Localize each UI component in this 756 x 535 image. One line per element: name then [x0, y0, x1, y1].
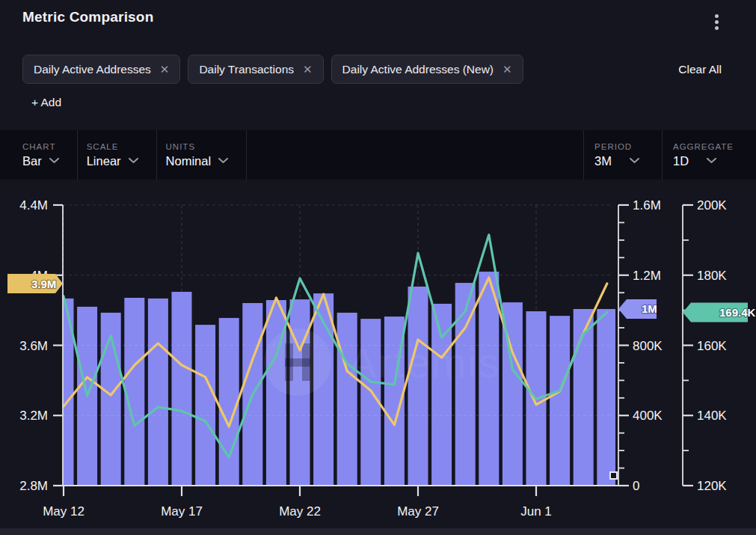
scale-value: Linear [87, 154, 121, 168]
chip-label: Daily Transactions [199, 63, 294, 76]
svg-text:1M: 1M [642, 302, 657, 315]
close-icon[interactable]: ✕ [160, 64, 170, 75]
metric-chip-daily-transactions[interactable]: Daily Transactions ✕ [188, 55, 323, 84]
units-value: Nominal [166, 154, 212, 168]
value-badge-169.4K: 169.4K [683, 302, 756, 322]
value-badge-3.9M: 3.9M [7, 274, 63, 293]
right-axis-transactions: 1.6M1.2M800K400K0 [618, 198, 663, 493]
scale-label: SCALE [87, 142, 138, 151]
chart-type-label: CHART [22, 142, 59, 151]
close-icon[interactable]: ✕ [303, 64, 313, 75]
metric-chart: Artemis4.4M4M3.6M3.2M2.8MMay 12May 17May… [0, 184, 756, 532]
svg-text:3.9M: 3.9M [31, 278, 56, 290]
page-title: Metric Comparison [22, 9, 154, 25]
chart-type-dropdown[interactable]: CHART Bar [0, 130, 78, 180]
bar-series-daily-transactions [63, 272, 615, 486]
x-axis: May 12May 17May 22May 27Jun 1 [43, 486, 627, 519]
svg-text:160K: 160K [697, 339, 727, 353]
chip-label: Daily Active Addresses (New) [342, 63, 494, 76]
svg-text:2.8M: 2.8M [19, 479, 48, 493]
svg-text:3.2M: 3.2M [19, 409, 48, 423]
units-dropdown[interactable]: UNITS Nominal [157, 130, 248, 180]
metric-chip-daily-active-addresses[interactable]: Daily Active Addresses ✕ [22, 55, 180, 84]
kebab-menu-icon[interactable] [710, 9, 723, 35]
value-badge-1M: 1M [618, 299, 657, 319]
bottom-scrollbar[interactable] [0, 528, 756, 535]
chip-label: Daily Active Addresses [34, 63, 151, 76]
period-value: 3M [594, 154, 612, 168]
svg-text:200K: 200K [697, 198, 727, 213]
chart-toolbar: CHART Bar SCALE Linear UNITS Nominal PER… [0, 130, 756, 180]
svg-text:May 22: May 22 [279, 504, 321, 519]
plot-resize-handle [610, 472, 617, 479]
svg-text:180K: 180K [697, 269, 727, 283]
chevron-down-icon [707, 158, 716, 164]
left-axis: 4.4M4M3.6M3.2M2.8M [19, 198, 63, 493]
units-label: UNITS [166, 142, 229, 151]
svg-text:Jun 1: Jun 1 [520, 504, 552, 519]
aggregate-label: AGGREGATE [673, 142, 734, 151]
svg-text:1.2M: 1.2M [633, 269, 661, 283]
chevron-down-icon [218, 158, 228, 164]
period-dropdown[interactable]: PERIOD 3M [583, 130, 662, 180]
metric-chip-daily-active-addresses-new[interactable]: Daily Active Addresses (New) ✕ [331, 55, 523, 84]
svg-text:May 12: May 12 [43, 504, 84, 519]
right-axis-new-addresses: 200K180K160K140K120K [683, 198, 727, 493]
add-metric-button[interactable]: + Add [31, 93, 61, 112]
line-series [64, 278, 607, 427]
close-icon[interactable]: ✕ [503, 64, 512, 75]
chevron-down-icon [630, 158, 639, 164]
svg-text:May 17: May 17 [161, 504, 203, 519]
svg-text:May 27: May 27 [397, 504, 439, 519]
metric-chart-svg: Artemis4.4M4M3.6M3.2M2.8MMay 12May 17May… [0, 184, 756, 532]
line-series [64, 235, 607, 457]
svg-text:400K: 400K [633, 409, 663, 423]
watermark: Artemis [264, 328, 501, 396]
chevron-down-icon [129, 158, 138, 164]
header: Metric Comparison [0, 0, 756, 35]
svg-text:120K: 120K [697, 479, 727, 493]
svg-text:169.4K: 169.4K [719, 306, 756, 319]
svg-text:4.4M: 4.4M [19, 198, 48, 213]
aggregate-dropdown[interactable]: AGGREGATE 1D [662, 130, 756, 180]
metric-filter-row: Daily Active Addresses ✕ Daily Transacti… [22, 55, 734, 84]
period-label: PERIOD [594, 142, 639, 151]
metric-comparison-panel: Metric Comparison Daily Active Addresses… [0, 0, 756, 535]
add-row: + Add [31, 93, 756, 112]
toolbar-spacer [247, 130, 583, 180]
aggregate-value: 1D [673, 154, 689, 168]
chevron-down-icon [49, 158, 59, 164]
svg-text:1.6M: 1.6M [633, 198, 661, 213]
svg-text:0: 0 [633, 479, 639, 493]
svg-text:3.6M: 3.6M [19, 339, 48, 353]
chart-type-value: Bar [22, 154, 42, 168]
svg-text:800K: 800K [633, 339, 663, 353]
clear-all-button[interactable]: Clear All [674, 62, 726, 77]
svg-text:140K: 140K [697, 409, 727, 423]
scale-dropdown[interactable]: SCALE Linear [78, 130, 157, 180]
